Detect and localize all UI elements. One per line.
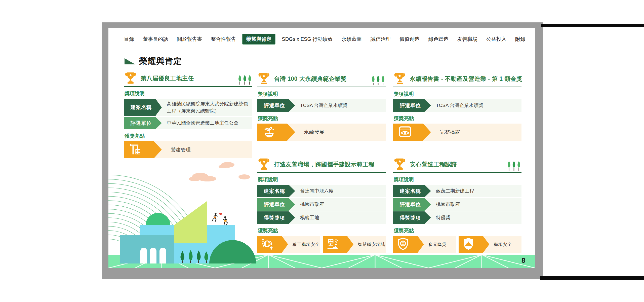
highlight-arrow <box>459 236 489 253</box>
trees-icon <box>506 161 521 171</box>
award-card: 台灣 100 大永續典範企業獎 獎項說明 評選單位 TCSA 台灣企業永續獎 獲… <box>257 72 386 141</box>
highlight-arrow <box>124 141 162 158</box>
nav-tab[interactable]: 永續藍圖 <box>339 34 364 44</box>
nav-tab[interactable]: 榮耀與肯定 <box>242 34 275 45</box>
trophy-icon <box>124 72 137 84</box>
screenshot-canvas: 目錄董事長的話關於報告書整合性報告榮耀與肯定SDGs x ESG 行動績效永續藍… <box>0 0 644 302</box>
nav-tab[interactable]: 友善職場 <box>455 34 480 44</box>
award-highlight: 營建管理 <box>124 141 252 158</box>
row-label-arrow: 評選單位 <box>257 198 295 211</box>
highlight-arrow <box>257 124 295 141</box>
award-highlights: 永續發展 <box>257 124 386 141</box>
trees-icon <box>371 75 386 86</box>
section-label-award-highlights: 獲獎亮點 <box>258 227 386 234</box>
trophy-icon <box>257 73 270 85</box>
crane-building-icon <box>129 142 143 157</box>
section-label-award-description: 獎項說明 <box>394 91 521 97</box>
card-title: 安心營造工程認證 <box>410 161 457 168</box>
award-row: 評選單位 桃園市政府 <box>257 198 386 211</box>
section-label-award-description: 獎項說明 <box>258 176 386 183</box>
highlight-arrow <box>393 124 431 141</box>
award-rows: 建案名稱 台達電中堰六廠 評選單位 桃園市政府 得獎獎項 模範工地 <box>257 185 386 224</box>
row-label-arrow: 得獎獎項 <box>257 211 295 224</box>
award-row: 建案名稱 致茂二期新建工程 <box>393 185 521 197</box>
award-row: 評選單位 TCSA 台灣企業永續獎 <box>393 99 521 112</box>
card-header: 安心營造工程認證 <box>393 157 521 173</box>
card-title: 第八屆優良工地主任 <box>141 74 194 82</box>
nav-tab[interactable]: 綠色營造 <box>426 34 451 44</box>
nav-tab[interactable]: 價值創造 <box>397 34 422 44</box>
nav-tab[interactable]: 附錄 <box>513 34 528 44</box>
award-highlights: 完整揭露 <box>393 124 521 141</box>
award-highlight: 永續發展 <box>257 124 386 141</box>
row-label-arrow: 得獎獎項 <box>393 211 431 224</box>
shield-helmet-icon <box>462 237 475 252</box>
card-header: 台灣 100 大永續典範企業獎 <box>257 72 386 87</box>
card-header: 永續報告書 - 不動產及營造業 - 第 1 類金獎 <box>393 72 521 87</box>
window-edge-top <box>541 24 644 27</box>
section-label-award-highlights: 獲獎亮點 <box>394 227 521 234</box>
section-label-award-highlights: 獲獎亮點 <box>125 133 252 139</box>
award-highlight: 智慧職安場域 <box>323 236 386 253</box>
row-label-arrow: 建案名稱 <box>393 185 431 197</box>
award-highlight: 完整揭露 <box>393 124 521 141</box>
card-title: 打造友善職場，跨國攜手建設示範工程 <box>274 161 375 168</box>
award-rows: 評選單位 TCSA 台灣企業永續獎 <box>393 99 521 112</box>
section-label-award-description: 獎項說明 <box>125 90 252 97</box>
card-header: 第八屆優良工地主任 <box>124 71 252 87</box>
card-title: 台灣 100 大永續典範企業獎 <box>274 75 347 83</box>
card-header: 打造友善職場，跨國攜手建設示範工程 <box>257 157 386 173</box>
trophy-icon <box>393 73 406 85</box>
highlight-arrow <box>323 236 353 253</box>
highlight-arrow <box>257 236 288 253</box>
sustainability-plant-icon <box>262 125 276 139</box>
award-highlights: 移工職場安全 智慧職安場域 <box>257 236 386 253</box>
row-label-arrow: 評選單位 <box>124 117 162 129</box>
award-rows: 建案名稱 高雄榮民總醫院屏東大武分院新建統包工程（屏東榮民總醫院） 評選單位 中… <box>124 99 252 129</box>
award-highlight: 移工職場安全 <box>257 236 320 253</box>
title-triangle-icon <box>125 58 135 64</box>
award-rows: 建案名稱 致茂二期新建工程 評選單位 桃園市政府 得獎獎項 特優獎 <box>393 185 521 224</box>
award-card: 第八屆優良工地主任 獎項說明 建案名稱 高雄榮民總醫院屏東大武分院新建統包工程（… <box>124 71 252 158</box>
award-rows: 評選單位 TCSA 台灣企業永續獎 <box>257 99 386 112</box>
award-card: 安心營造工程認證 獎項說明 建案名稱 致茂二期新建工程 評選單位 桃園市政府 得… <box>393 157 521 253</box>
row-label-arrow: 評選單位 <box>393 99 431 112</box>
page-title: 榮耀與肯定 <box>139 56 182 67</box>
row-label-arrow: 建案名稱 <box>257 185 295 197</box>
nav-tab[interactable]: 整合性報告 <box>208 34 238 44</box>
trees-icon <box>237 74 252 85</box>
award-row: 評選單位 桃園市政府 <box>393 198 521 211</box>
award-row: 得獎獎項 模範工地 <box>257 211 386 224</box>
card-title: 永續報告書 - 不動產及營造業 - 第 1 類金獎 <box>410 75 522 83</box>
row-label-arrow: 評選單位 <box>257 99 295 112</box>
nav-tab[interactable]: 公益投入 <box>484 34 509 44</box>
award-highlight: 多元降災 <box>393 236 456 253</box>
eye-window-icon <box>398 125 412 139</box>
highlight-arrow <box>393 236 424 253</box>
award-card: 永續報告書 - 不動產及營造業 - 第 1 類金獎 獎項說明 評選單位 TCSA… <box>393 72 521 141</box>
window-edge-bottom <box>540 276 644 280</box>
nav-tab[interactable]: SDGs x ESG 行動績效 <box>279 34 335 44</box>
section-label-award-description: 獎項說明 <box>394 176 521 183</box>
nav-tab[interactable]: 關於報告書 <box>174 34 205 44</box>
award-highlight: 職場安全 <box>459 236 521 253</box>
trophy-icon <box>393 158 406 170</box>
award-row: 評選單位 TCSA 台灣企業永續獎 <box>257 99 386 112</box>
nav-tab[interactable]: 誠信治理 <box>368 34 393 44</box>
nav-tab[interactable]: 董事長的話 <box>140 34 171 44</box>
nav-tab[interactable]: 目錄 <box>122 34 137 44</box>
shield-globe-icon <box>396 237 410 252</box>
page-title-block: 榮耀與肯定 <box>125 56 182 67</box>
report-slide: 目錄董事長的話關於報告書整合性報告榮耀與肯定SDGs x ESG 行動績效永續藍… <box>108 28 535 268</box>
award-highlights: 營建管理 <box>124 141 252 158</box>
award-row: 得獎獎項 特優獎 <box>393 211 521 224</box>
globe-recycle-icon <box>260 237 274 252</box>
trophy-icon <box>257 158 270 170</box>
smart-monitor-icon <box>326 237 339 252</box>
section-label-award-highlights: 獲獎亮點 <box>394 115 521 122</box>
award-row: 評選單位 中華民國全國營造業工地主任公會 <box>124 117 252 129</box>
section-label-award-highlights: 獲獎亮點 <box>258 115 386 122</box>
row-label-arrow: 評選單位 <box>393 198 431 211</box>
row-label-arrow: 建案名稱 <box>124 99 162 116</box>
top-nav: 目錄董事長的話關於報告書整合性報告榮耀與肯定SDGs x ESG 行動績效永續藍… <box>108 33 535 45</box>
